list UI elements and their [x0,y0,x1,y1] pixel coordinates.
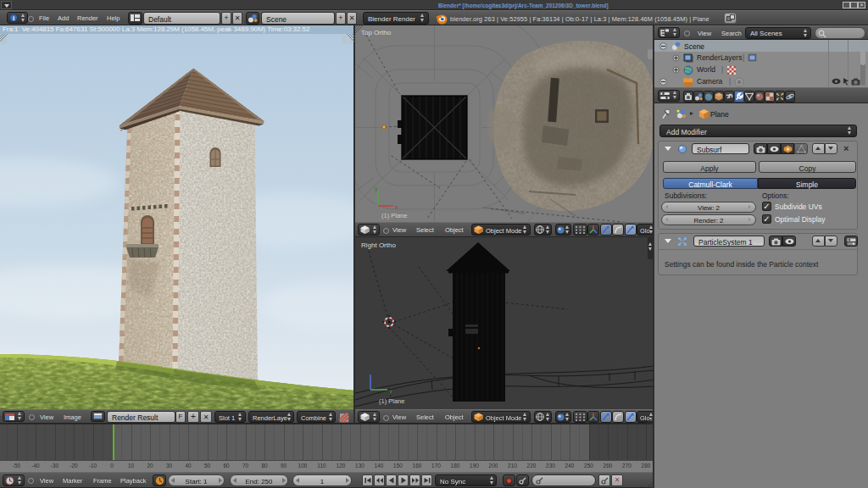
svg-text:Top Ortho: Top Ortho [361,29,392,36]
svg-text:(1) Plane: (1) Plane [381,212,407,219]
svg-text:Right Ortho: Right Ortho [361,241,396,249]
svg-text:y: y [375,186,378,192]
svg-text:x: x [395,204,398,210]
svg-text:y: y [389,388,392,395]
svg-text:(1) Plane: (1) Plane [379,397,404,405]
